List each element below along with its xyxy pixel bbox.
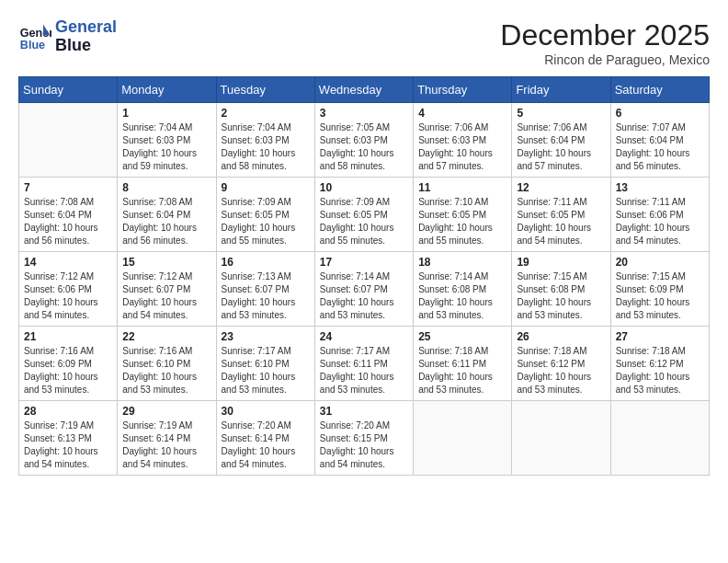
- day-number: 13: [616, 181, 704, 194]
- day-number: 10: [320, 181, 408, 194]
- day-number: 20: [616, 256, 704, 269]
- day-info: Sunrise: 7:16 AMSunset: 6:09 PMDaylight:…: [24, 345, 112, 396]
- calendar-cell: 20Sunrise: 7:15 AMSunset: 6:09 PMDayligh…: [610, 252, 709, 327]
- day-number: 6: [616, 107, 704, 120]
- day-info: Sunrise: 7:11 AMSunset: 6:05 PMDaylight:…: [517, 196, 605, 247]
- weekday-header-monday: Monday: [118, 77, 216, 103]
- day-info: Sunrise: 7:18 AMSunset: 6:11 PMDaylight:…: [418, 345, 506, 396]
- weekday-header-saturday: Saturday: [610, 77, 709, 103]
- calendar-cell: 4Sunrise: 7:06 AMSunset: 6:03 PMDaylight…: [414, 103, 512, 178]
- title-block: December 2025 Rincon de Paragueo, Mexico: [500, 18, 710, 67]
- day-number: 19: [517, 256, 605, 269]
- calendar-cell: 29Sunrise: 7:19 AMSunset: 6:14 PMDayligh…: [118, 401, 216, 476]
- day-info: Sunrise: 7:17 AMSunset: 6:11 PMDaylight:…: [320, 345, 408, 396]
- day-info: Sunrise: 7:04 AMSunset: 6:03 PMDaylight:…: [222, 121, 310, 173]
- calendar-cell: 12Sunrise: 7:11 AMSunset: 6:05 PMDayligh…: [512, 178, 610, 252]
- calendar-cell: 24Sunrise: 7:17 AMSunset: 6:11 PMDayligh…: [314, 327, 413, 401]
- day-number: 25: [418, 330, 506, 343]
- calendar-cell: 26Sunrise: 7:18 AMSunset: 6:12 PMDayligh…: [512, 327, 610, 401]
- day-info: Sunrise: 7:12 AMSunset: 6:07 PMDaylight:…: [122, 270, 210, 322]
- day-info: Sunrise: 7:14 AMSunset: 6:08 PMDaylight:…: [418, 270, 506, 322]
- logo-text: GeneralBlue: [55, 18, 117, 55]
- day-number: 16: [222, 256, 310, 269]
- day-number: 29: [122, 405, 210, 418]
- calendar-cell: [19, 103, 118, 178]
- day-number: 22: [122, 330, 210, 343]
- day-info: Sunrise: 7:20 AMSunset: 6:15 PMDaylight:…: [320, 419, 408, 471]
- calendar-cell: 3Sunrise: 7:05 AMSunset: 6:03 PMDaylight…: [314, 103, 413, 178]
- calendar-cell: 28Sunrise: 7:19 AMSunset: 6:13 PMDayligh…: [19, 401, 118, 476]
- calendar-cell: 13Sunrise: 7:11 AMSunset: 6:06 PMDayligh…: [610, 178, 709, 252]
- svg-text:Blue: Blue: [20, 38, 45, 51]
- day-info: Sunrise: 7:20 AMSunset: 6:14 PMDaylight:…: [222, 419, 310, 471]
- day-info: Sunrise: 7:17 AMSunset: 6:10 PMDaylight:…: [222, 345, 310, 396]
- calendar-cell: 10Sunrise: 7:09 AMSunset: 6:05 PMDayligh…: [314, 178, 413, 252]
- logo-icon: General Blue: [18, 20, 51, 53]
- day-info: Sunrise: 7:12 AMSunset: 6:06 PMDaylight:…: [24, 270, 112, 322]
- calendar-cell: 5Sunrise: 7:06 AMSunset: 6:04 PMDaylight…: [512, 103, 610, 178]
- calendar-cell: 11Sunrise: 7:10 AMSunset: 6:05 PMDayligh…: [414, 178, 512, 252]
- calendar-cell: 15Sunrise: 7:12 AMSunset: 6:07 PMDayligh…: [118, 252, 216, 327]
- calendar-cell: 9Sunrise: 7:09 AMSunset: 6:05 PMDaylight…: [216, 178, 314, 252]
- calendar-cell: 18Sunrise: 7:14 AMSunset: 6:08 PMDayligh…: [414, 252, 512, 327]
- calendar-cell: 30Sunrise: 7:20 AMSunset: 6:14 PMDayligh…: [216, 401, 314, 476]
- calendar-cell: 6Sunrise: 7:07 AMSunset: 6:04 PMDaylight…: [610, 103, 709, 178]
- calendar-cell: 21Sunrise: 7:16 AMSunset: 6:09 PMDayligh…: [19, 327, 118, 401]
- calendar-cell: 23Sunrise: 7:17 AMSunset: 6:10 PMDayligh…: [216, 327, 314, 401]
- day-number: 21: [24, 330, 112, 343]
- location: Rincon de Paragueo, Mexico: [500, 52, 710, 67]
- day-number: 30: [222, 405, 310, 418]
- calendar-cell: 17Sunrise: 7:14 AMSunset: 6:07 PMDayligh…: [314, 252, 413, 327]
- weekday-header-thursday: Thursday: [414, 77, 512, 103]
- day-number: 15: [122, 256, 210, 269]
- day-info: Sunrise: 7:08 AMSunset: 6:04 PMDaylight:…: [24, 196, 112, 247]
- day-number: 2: [222, 107, 310, 120]
- month-title: December 2025: [500, 18, 710, 52]
- day-number: 8: [122, 181, 210, 194]
- day-info: Sunrise: 7:11 AMSunset: 6:06 PMDaylight:…: [616, 196, 704, 247]
- day-number: 9: [222, 181, 310, 194]
- day-number: 12: [517, 181, 605, 194]
- week-row-1: 1Sunrise: 7:04 AMSunset: 6:03 PMDaylight…: [19, 103, 710, 178]
- calendar-cell: 14Sunrise: 7:12 AMSunset: 6:06 PMDayligh…: [19, 252, 118, 327]
- day-number: 17: [320, 256, 408, 269]
- week-row-4: 21Sunrise: 7:16 AMSunset: 6:09 PMDayligh…: [19, 327, 710, 401]
- day-info: Sunrise: 7:18 AMSunset: 6:12 PMDaylight:…: [616, 345, 704, 396]
- day-info: Sunrise: 7:10 AMSunset: 6:05 PMDaylight:…: [418, 196, 506, 247]
- page-header: General Blue GeneralBlue December 2025 R…: [18, 18, 710, 67]
- day-info: Sunrise: 7:19 AMSunset: 6:13 PMDaylight:…: [24, 419, 112, 471]
- day-info: Sunrise: 7:06 AMSunset: 6:04 PMDaylight:…: [517, 121, 605, 173]
- day-number: 18: [418, 256, 506, 269]
- day-info: Sunrise: 7:04 AMSunset: 6:03 PMDaylight:…: [122, 121, 210, 173]
- weekday-header-sunday: Sunday: [19, 77, 118, 103]
- week-row-5: 28Sunrise: 7:19 AMSunset: 6:13 PMDayligh…: [19, 401, 710, 476]
- day-info: Sunrise: 7:18 AMSunset: 6:12 PMDaylight:…: [517, 345, 605, 396]
- week-row-3: 14Sunrise: 7:12 AMSunset: 6:06 PMDayligh…: [19, 252, 710, 327]
- day-info: Sunrise: 7:15 AMSunset: 6:09 PMDaylight:…: [616, 270, 704, 322]
- day-number: 14: [24, 256, 112, 269]
- day-number: 7: [24, 181, 112, 194]
- calendar-cell: 16Sunrise: 7:13 AMSunset: 6:07 PMDayligh…: [216, 252, 314, 327]
- calendar-cell: [414, 401, 512, 476]
- calendar-cell: 7Sunrise: 7:08 AMSunset: 6:04 PMDaylight…: [19, 178, 118, 252]
- calendar-cell: 1Sunrise: 7:04 AMSunset: 6:03 PMDaylight…: [118, 103, 216, 178]
- calendar-cell: 27Sunrise: 7:18 AMSunset: 6:12 PMDayligh…: [610, 327, 709, 401]
- calendar-cell: 31Sunrise: 7:20 AMSunset: 6:15 PMDayligh…: [314, 401, 413, 476]
- weekday-header-row: SundayMondayTuesdayWednesdayThursdayFrid…: [19, 77, 710, 103]
- day-number: 23: [222, 330, 310, 343]
- weekday-header-friday: Friday: [512, 77, 610, 103]
- day-number: 3: [320, 107, 408, 120]
- day-number: 31: [320, 405, 408, 418]
- day-info: Sunrise: 7:16 AMSunset: 6:10 PMDaylight:…: [122, 345, 210, 396]
- weekday-header-tuesday: Tuesday: [216, 77, 314, 103]
- day-info: Sunrise: 7:13 AMSunset: 6:07 PMDaylight:…: [222, 270, 310, 322]
- calendar-cell: [512, 401, 610, 476]
- day-number: 28: [24, 405, 112, 418]
- calendar-cell: [610, 401, 709, 476]
- day-info: Sunrise: 7:08 AMSunset: 6:04 PMDaylight:…: [122, 196, 210, 247]
- week-row-2: 7Sunrise: 7:08 AMSunset: 6:04 PMDaylight…: [19, 178, 710, 252]
- calendar-cell: 2Sunrise: 7:04 AMSunset: 6:03 PMDaylight…: [216, 103, 314, 178]
- day-info: Sunrise: 7:14 AMSunset: 6:07 PMDaylight:…: [320, 270, 408, 322]
- weekday-header-wednesday: Wednesday: [314, 77, 413, 103]
- day-info: Sunrise: 7:09 AMSunset: 6:05 PMDaylight:…: [320, 196, 408, 247]
